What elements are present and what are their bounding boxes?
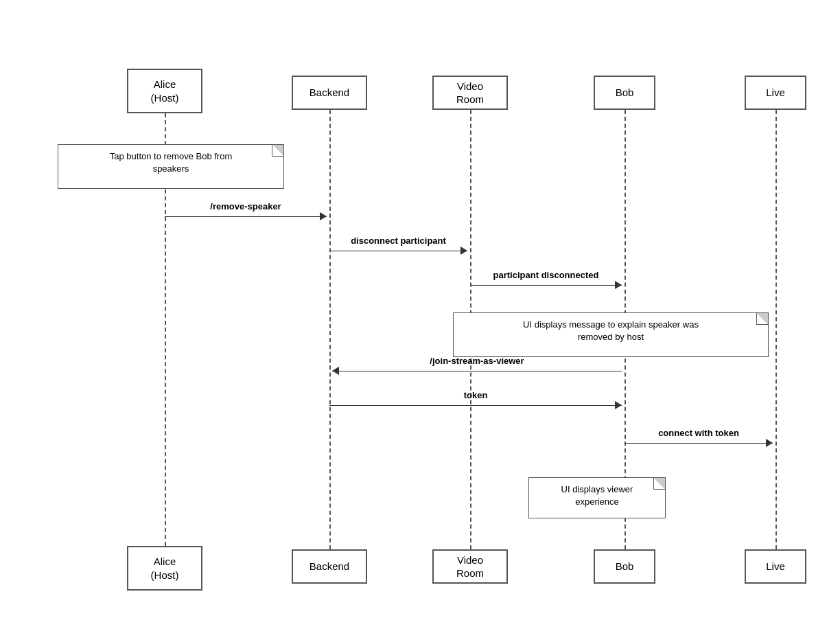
actor-backend: Backend (292, 76, 367, 110)
note-note-ui-removed: UI displays message to explain speaker w… (453, 312, 769, 357)
lifeline-backend-ll (329, 110, 331, 549)
actor-bottom-alice-b: Alice (Host) (127, 546, 202, 591)
arrow-line-msg-participant-disconnected (470, 285, 622, 286)
arrowhead-msg-disconnect (460, 247, 467, 255)
arrow-line-msg-token (329, 405, 622, 406)
actor-bottom-bob-b: Bob (594, 549, 655, 584)
actor-bottom-live-b: Live (745, 549, 806, 584)
actor-videoroom: Video Room (432, 76, 508, 110)
note-note-ui-viewer: UI displays viewer experience (528, 477, 666, 518)
arrow-label-msg-token: token (464, 390, 488, 400)
arrowhead-msg-token (615, 401, 622, 409)
arrowhead-msg-connect-token (766, 439, 773, 447)
arrowhead-msg-join-stream (332, 367, 339, 375)
arrowhead-msg-participant-disconnected (615, 281, 622, 289)
arrow-label-msg-disconnect: disconnect participant (351, 236, 446, 246)
arrow-line-msg-disconnect (329, 251, 467, 251)
actor-bottom-videoroom-b: Video Room (432, 549, 508, 584)
sequence-diagram: Alice (Host)BackendVideo RoomBobLive Ali… (0, 0, 840, 629)
arrow-label-msg-remove-speaker: /remove-speaker (210, 201, 281, 211)
arrow-label-msg-participant-disconnected: participant disconnected (493, 270, 599, 280)
arrow-line-msg-join-stream (332, 371, 622, 371)
arrowhead-msg-remove-speaker (320, 212, 327, 220)
actor-bob: Bob (594, 76, 655, 110)
note-note-tap: Tap button to remove Bob from speakers (58, 144, 284, 189)
arrow-label-msg-join-stream: /join-stream-as-viewer (430, 356, 524, 366)
actor-bottom-backend-b: Backend (292, 549, 367, 584)
actor-alice: Alice (Host) (127, 69, 202, 113)
arrow-label-msg-connect-token: connect with token (658, 428, 739, 438)
actor-live: Live (745, 76, 806, 110)
arrow-line-msg-connect-token (625, 443, 773, 444)
lifeline-live-ll (775, 110, 777, 549)
arrow-line-msg-remove-speaker (165, 216, 327, 217)
